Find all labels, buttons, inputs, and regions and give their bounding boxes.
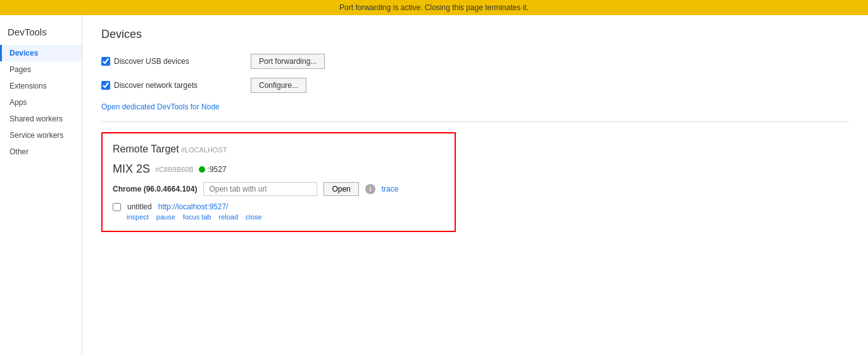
- sidebar-item-extensions[interactable]: Extensions: [0, 78, 82, 94]
- banner-text: Port forwarding is active. Closing this …: [339, 3, 529, 12]
- discover-network-row: Discover network targets Configure...: [101, 78, 849, 93]
- tab-url[interactable]: http://localhost:9527/: [158, 202, 229, 211]
- online-indicator: [199, 166, 205, 173]
- device-port-row: :9527: [199, 165, 227, 174]
- discover-network-checkbox[interactable]: [101, 81, 110, 90]
- sidebar-item-shared-workers[interactable]: Shared workers: [0, 111, 82, 127]
- remote-target-header: Remote Target #LOCALHOST: [113, 144, 444, 155]
- page-title: Devices: [101, 28, 849, 41]
- open-devtools-node-link[interactable]: Open dedicated DevTools for Node: [101, 102, 220, 111]
- port-forwarding-button[interactable]: Port forwarding...: [251, 54, 325, 69]
- sidebar-item-other[interactable]: Other: [0, 144, 82, 160]
- app-title: DevTools: [0, 21, 82, 45]
- inspect-link[interactable]: inspect: [127, 213, 149, 221]
- discover-usb-label[interactable]: Discover USB devices: [101, 57, 241, 66]
- tab-title: untitled: [127, 202, 152, 211]
- main-content: Devices Discover USB devices Port forwar…: [82, 15, 868, 355]
- trace-link[interactable]: trace: [382, 185, 399, 193]
- remote-target-title: Remote Target: [113, 144, 179, 154]
- device-code: #C8B9B60B: [155, 166, 194, 173]
- sidebar: DevTools Devices Pages Extensions Apps S…: [0, 15, 82, 355]
- browser-row: Chrome (96.0.4664.104) Open i trace: [113, 182, 444, 196]
- discover-usb-row: Discover USB devices Port forwarding...: [101, 54, 849, 69]
- tab-actions: inspect pause focus tab reload close: [127, 213, 444, 221]
- section-divider: [101, 121, 849, 122]
- device-name: MIX 2S: [113, 163, 150, 176]
- port-forwarding-banner: Port forwarding is active. Closing this …: [0, 0, 868, 15]
- sidebar-item-service-workers[interactable]: Service workers: [0, 127, 82, 144]
- info-icon[interactable]: i: [365, 184, 375, 194]
- reload-link[interactable]: reload: [218, 213, 238, 221]
- sidebar-item-devices[interactable]: Devices: [0, 45, 82, 61]
- focus-tab-link[interactable]: focus tab: [183, 213, 211, 221]
- tab-checkbox[interactable]: [113, 203, 121, 211]
- pause-link[interactable]: pause: [156, 213, 175, 221]
- remote-target-box: Remote Target #LOCALHOST MIX 2S #C8B9B60…: [101, 132, 456, 232]
- device-port: :9527: [208, 165, 227, 174]
- browser-name: Chrome (96.0.4664.104): [113, 185, 197, 193]
- discover-network-label[interactable]: Discover network targets: [101, 81, 241, 90]
- device-name-row: MIX 2S #C8B9B60B :9527: [113, 163, 444, 176]
- close-link[interactable]: close: [246, 213, 262, 221]
- sidebar-item-pages[interactable]: Pages: [0, 61, 82, 78]
- remote-target-id: #LOCALHOST: [179, 146, 227, 154]
- open-tab-button[interactable]: Open: [324, 182, 358, 196]
- open-tab-url-input[interactable]: [203, 182, 317, 196]
- discover-usb-checkbox[interactable]: [101, 57, 110, 66]
- tab-row: untitled http://localhost:9527/: [113, 202, 444, 211]
- sidebar-item-apps[interactable]: Apps: [0, 94, 82, 111]
- configure-button[interactable]: Configure...: [251, 78, 306, 93]
